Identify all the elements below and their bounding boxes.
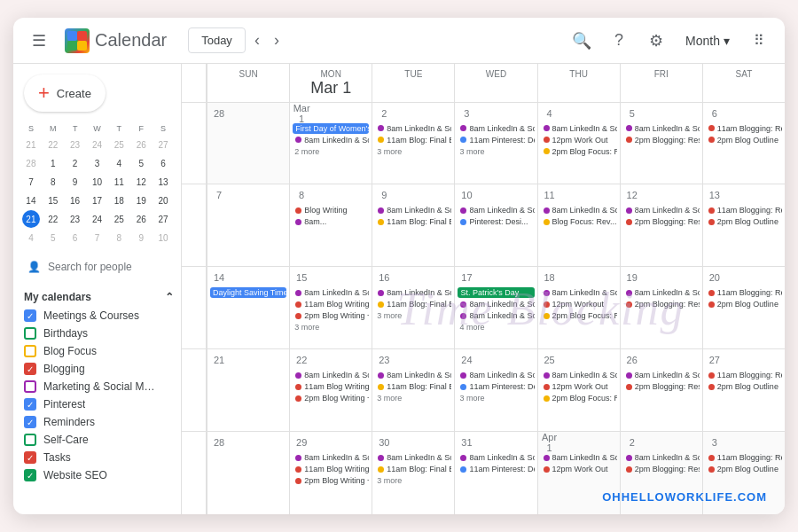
mini-day[interactable]: 26 <box>132 210 150 228</box>
calendar-event[interactable]: 11am Blogging: Rese... <box>706 287 782 298</box>
day-number[interactable]: 21 <box>210 351 228 369</box>
calendar-event[interactable]: 12pm Workout <box>541 299 617 309</box>
calendar-event[interactable]: 2pm Blog Outline <box>706 464 782 474</box>
calendar-day[interactable]: 298am LinkedIn & Soci...11am Blog Writin… <box>289 432 372 514</box>
calendar-event[interactable]: 11am Pinterest: Desi... <box>458 135 534 145</box>
mini-day[interactable]: 28 <box>22 154 40 172</box>
calendar-item[interactable]: ✓Tasks <box>24 449 181 466</box>
mini-day[interactable]: 7 <box>88 229 106 246</box>
calendar-day[interactable]: 2011am Blogging: Rese...2pm Blog Outline <box>702 267 785 348</box>
mini-day[interactable]: 19 <box>132 192 150 209</box>
view-selector[interactable]: Month ▾ <box>678 28 737 53</box>
day-number[interactable]: 17 <box>458 269 475 286</box>
calendar-event[interactable]: 11am Blogging: Rese... <box>706 452 782 463</box>
day-number[interactable]: 3 <box>458 105 475 122</box>
calendar-checkbox[interactable] <box>24 380 36 393</box>
day-number[interactable]: 23 <box>375 351 393 369</box>
calendar-event[interactable]: 8am LinkedIn & Soci... <box>375 205 451 215</box>
mini-day[interactable]: 5 <box>44 229 62 246</box>
calendar-event[interactable]: 8am LinkedIn & Soci... <box>458 452 534 463</box>
calendar-event[interactable]: First Day of Women's Hi... <box>293 123 369 134</box>
day-number[interactable]: 11 <box>541 186 559 204</box>
calendar-event[interactable]: 8am LinkedIn & Soci... <box>293 370 369 380</box>
mini-day[interactable]: 5 <box>132 154 150 172</box>
calendar-day[interactable]: 198am LinkedIn & Soci...2pm Blogging: Re… <box>620 267 702 348</box>
calendar-event[interactable]: 11am Blog Writing <box>293 381 369 392</box>
calendar-event[interactable]: 11am Blog Writing <box>293 299 369 309</box>
day-number[interactable]: 4 <box>541 105 559 122</box>
calendar-event[interactable]: 8am... <box>293 216 369 227</box>
calendar-event[interactable]: 8am LinkedIn & Soci... <box>623 287 700 298</box>
calendar-event[interactable]: 11am Blog: Final Edit... <box>375 464 451 474</box>
calendar-event[interactable]: 11am Blog Writing <box>293 464 369 474</box>
calendar-item[interactable]: ✓Pinterest <box>24 395 181 413</box>
mini-day[interactable]: 6 <box>154 154 172 172</box>
calendar-event[interactable]: Blog Focus: Rev... <box>541 216 617 227</box>
calendar-day[interactable]: 248am LinkedIn & Soci...11am Pinterest: … <box>454 349 536 431</box>
mini-day[interactable]: 14 <box>22 192 40 209</box>
mini-day[interactable]: 7 <box>22 173 40 191</box>
calendar-event[interactable]: 2pm Blog Outline <box>706 299 782 309</box>
calendar-day[interactable]: 28 <box>207 103 289 184</box>
calendar-event[interactable]: 8am LinkedIn & Soci... <box>623 452 700 463</box>
mini-day[interactable]: 10 <box>88 173 106 191</box>
calendar-checkbox[interactable]: ✓ <box>24 451 36 464</box>
mini-day[interactable]: 25 <box>110 210 128 228</box>
mini-day[interactable]: 21 <box>22 136 40 153</box>
calendar-event[interactable]: 8am LinkedIn & Soci... <box>623 123 700 134</box>
calendar-event[interactable]: 8am LinkedIn & Soci... <box>623 205 700 215</box>
calendar-checkbox[interactable]: ✓ <box>24 309 36 322</box>
day-number[interactable]: Mar 1 <box>293 105 310 122</box>
calendar-day[interactable]: 168am LinkedIn & Soci...11am Blog: Final… <box>372 267 454 348</box>
calendar-day[interactable]: 14Daylight Saving Time st... <box>207 267 289 348</box>
day-number[interactable]: 10 <box>458 186 475 204</box>
mini-day[interactable]: 27 <box>154 210 172 228</box>
calendar-item[interactable]: ✓Website SEO <box>24 466 181 484</box>
mini-day[interactable]: 9 <box>66 173 84 191</box>
day-number[interactable]: 2 <box>375 105 393 122</box>
calendar-day[interactable]: 108am LinkedIn & Soci...Pinterest: Desi.… <box>454 184 536 266</box>
calendar-item[interactable]: Birthdays <box>24 325 181 342</box>
calendar-item[interactable]: ✓Reminders <box>24 413 181 431</box>
calendar-event[interactable]: Blog Writing <box>293 205 369 215</box>
calendar-event[interactable]: 8am LinkedIn & Soci... <box>458 205 534 215</box>
more-events-link[interactable]: 3 more <box>375 475 451 486</box>
menu-icon[interactable]: ☰ <box>24 26 54 56</box>
calendar-event[interactable]: 2pm Blogging: Resea... <box>623 464 700 474</box>
mini-day[interactable]: 9 <box>132 229 150 246</box>
calendar-event[interactable]: 8am LinkedIn & Soci... <box>541 205 617 215</box>
calendar-event[interactable]: 11am Pinterest: Desi... <box>458 464 534 474</box>
day-number[interactable]: 14 <box>210 269 228 286</box>
calendar-day[interactable]: 228am LinkedIn & Soci...11am Blog Writin… <box>289 349 372 431</box>
calendar-event[interactable]: 8am LinkedIn & Soci... <box>541 370 617 380</box>
calendar-event[interactable]: 2pm Blog Writing + E... <box>293 310 369 321</box>
more-events-link[interactable]: 3 more <box>375 146 451 157</box>
calendar-event[interactable]: 2pm Blog Writing + E... <box>293 475 369 486</box>
mini-day[interactable]: 18 <box>110 192 128 209</box>
calendar-item[interactable]: Blog Focus <box>24 342 181 360</box>
more-events-link[interactable]: 3 more <box>293 322 369 332</box>
day-number[interactable]: 26 <box>623 351 641 369</box>
calendar-event[interactable]: Daylight Saving Time st... <box>210 287 286 298</box>
more-events-link[interactable]: 3 more <box>458 393 534 403</box>
mini-day[interactable]: 1 <box>44 154 62 172</box>
mini-day[interactable]: 22 <box>44 210 62 228</box>
calendar-event[interactable]: 8am LinkedIn & Soci... <box>375 452 451 463</box>
mini-day[interactable]: 16 <box>66 192 84 209</box>
prev-button[interactable]: ‹ <box>249 27 265 53</box>
special-event[interactable]: St. Patrick's Day <box>458 287 534 298</box>
mini-day[interactable]: 8 <box>110 229 128 246</box>
calendar-item[interactable]: Marketing & Social Media ... <box>24 378 181 395</box>
calendar-item[interactable]: ✓Blogging <box>24 360 181 378</box>
calendar-event[interactable]: 8am LinkedIn & Soci... <box>293 452 369 463</box>
calendar-event[interactable]: 11am Blog: Final Edit... <box>375 135 451 145</box>
search-icon[interactable]: 🔍 <box>567 26 597 56</box>
calendar-event[interactable]: 8am LinkedIn & Soci... <box>623 370 700 380</box>
calendar-event[interactable]: 12pm Work Out <box>541 381 617 392</box>
more-events-link[interactable]: 3 more <box>375 310 451 321</box>
mini-day[interactable]: 24 <box>88 210 106 228</box>
calendar-event[interactable]: 11am Blog: Final Edit... <box>375 299 451 309</box>
more-events-link[interactable]: 3 more <box>458 146 534 157</box>
mini-day[interactable]: 6 <box>66 229 84 246</box>
calendar-event[interactable]: 8am LinkedIn & Soci... <box>293 287 369 298</box>
